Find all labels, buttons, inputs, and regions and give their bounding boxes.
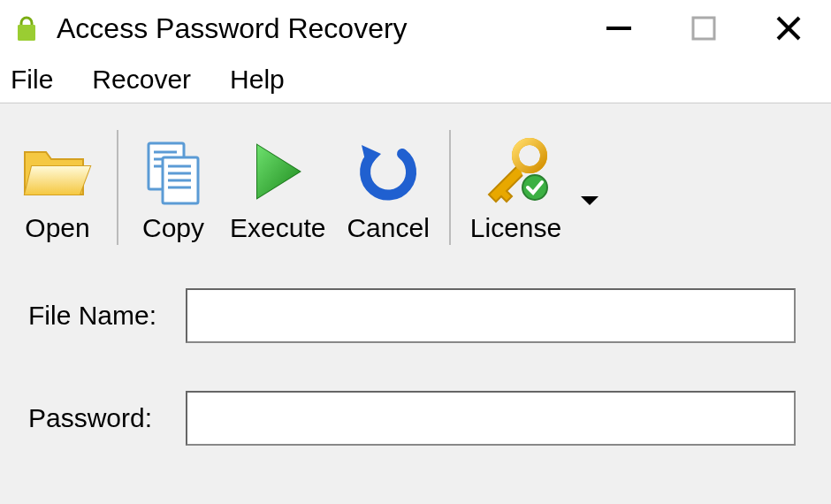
copy-icon <box>138 132 209 211</box>
minimize-button[interactable] <box>576 0 661 57</box>
open-button[interactable]: Open <box>7 117 108 258</box>
app-icon <box>11 12 42 44</box>
password-input[interactable] <box>186 391 796 446</box>
window-controls <box>576 0 831 57</box>
menubar: File Recover Help <box>0 57 831 103</box>
dropdown-arrow-icon[interactable] <box>579 195 600 212</box>
filename-row: File Name: <box>18 288 813 343</box>
maximize-button[interactable] <box>661 0 746 57</box>
execute-label: Execute <box>230 213 325 243</box>
svg-rect-4 <box>693 18 714 39</box>
toolbar: Open Copy Execute <box>0 103 831 262</box>
password-row: Password: <box>18 391 813 446</box>
execute-button[interactable]: Execute <box>219 117 336 258</box>
titlebar: Access Password Recovery <box>0 0 831 57</box>
form-area: File Name: Password: <box>0 262 831 446</box>
filename-input[interactable] <box>186 288 796 343</box>
key-icon <box>476 132 556 211</box>
svg-point-17 <box>515 141 544 170</box>
open-label: Open <box>25 213 89 243</box>
toolbar-separator <box>449 130 451 245</box>
menu-recover[interactable]: Recover <box>92 65 191 95</box>
play-icon <box>247 132 309 211</box>
license-label: License <box>470 213 561 243</box>
password-label: Password: <box>18 403 186 433</box>
folder-open-icon <box>18 132 97 211</box>
cancel-label: Cancel <box>347 213 429 243</box>
menu-help[interactable]: Help <box>230 65 285 95</box>
filename-label: File Name: <box>18 301 186 331</box>
copy-button[interactable]: Copy <box>127 117 219 258</box>
toolbar-separator <box>117 130 118 245</box>
close-button[interactable] <box>746 0 831 57</box>
window-title: Access Password Recovery <box>57 12 576 45</box>
license-button[interactable]: License <box>460 117 572 258</box>
svg-rect-2 <box>18 25 35 41</box>
menu-file[interactable]: File <box>11 65 53 95</box>
cancel-button[interactable]: Cancel <box>336 117 439 258</box>
copy-label: Copy <box>142 213 204 243</box>
undo-icon <box>353 132 423 211</box>
